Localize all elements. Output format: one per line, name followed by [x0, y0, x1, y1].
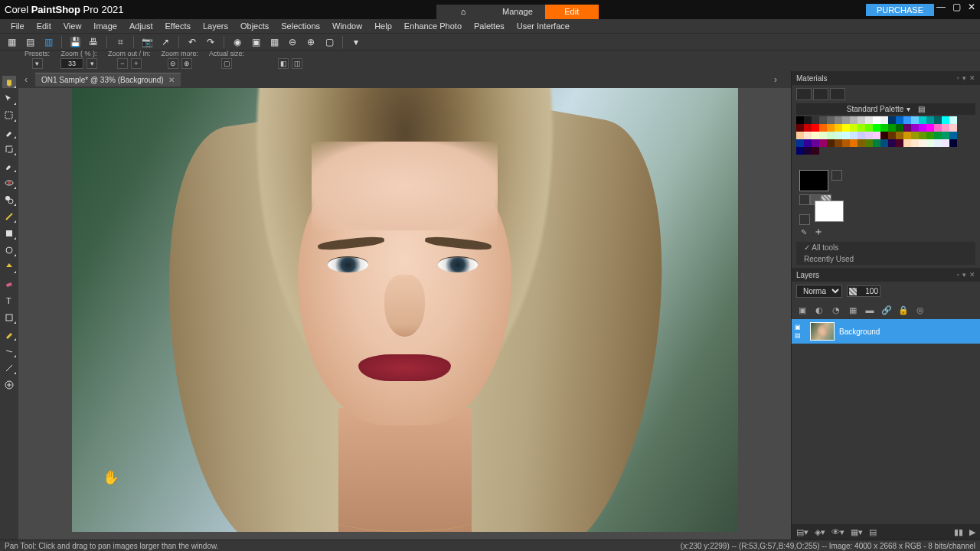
zoom-slider-toggle[interactable]: ▾ — [87, 58, 97, 69]
tab-prev-icon[interactable]: ‹ — [24, 74, 35, 85]
add-swatch-icon[interactable]: ＋ — [813, 225, 824, 239]
link-layer-icon[interactable]: 🔗 — [880, 304, 893, 316]
menu-image[interactable]: Image — [87, 20, 123, 32]
shape-tool[interactable] — [2, 311, 16, 324]
swatch-69[interactable] — [842, 139, 850, 147]
swatch-28[interactable] — [850, 124, 858, 132]
swatch-47[interactable] — [835, 132, 842, 139]
tab-close-icon[interactable]: ✕ — [168, 76, 175, 84]
lock-layer-icon[interactable]: 🔒 — [897, 304, 910, 316]
camera-icon[interactable]: 📷 — [140, 35, 154, 49]
swatch-49[interactable] — [850, 132, 858, 139]
swatch-32[interactable] — [880, 124, 888, 132]
layers-close-icon[interactable]: ✕ — [969, 271, 975, 279]
swatch-83[interactable] — [949, 139, 957, 147]
swatch-18[interactable] — [934, 116, 942, 124]
pan-tool[interactable] — [2, 76, 16, 88]
swatch-78[interactable] — [911, 139, 919, 147]
zoom-more-out[interactable]: ⊖ — [168, 58, 178, 69]
swatch-57[interactable] — [911, 132, 919, 139]
zoom-input[interactable] — [60, 58, 83, 69]
resize-icon[interactable]: ▣ — [249, 35, 263, 49]
panel-min-icon[interactable]: ▫ — [957, 74, 959, 82]
menu-enhance-photo[interactable]: Enhance Photo — [398, 20, 468, 32]
swatch-44[interactable] — [812, 132, 819, 139]
swatch-76[interactable] — [896, 139, 903, 147]
redo-icon[interactable]: ↷ — [204, 35, 217, 49]
warp-tool[interactable] — [2, 345, 16, 357]
swatch-38[interactable] — [926, 124, 934, 132]
swatch-31[interactable] — [873, 124, 880, 132]
swatch-59[interactable] — [926, 132, 934, 139]
swap-colors-icon[interactable] — [831, 170, 842, 181]
brush-tool[interactable] — [2, 160, 16, 172]
swatch-64[interactable] — [804, 139, 812, 147]
image-document[interactable] — [72, 88, 738, 532]
zoom-in-icon[interactable]: ⊕ — [304, 35, 318, 49]
menu-selections[interactable]: Selections — [275, 20, 326, 32]
swatch-51[interactable] — [865, 132, 873, 139]
document-tab[interactable]: ON1 Sample* @ 33% (Background) ✕ — [35, 73, 181, 86]
smart-tool[interactable] — [2, 362, 16, 374]
swatch-15[interactable] — [911, 116, 919, 124]
fit-icon[interactable]: ▢ — [322, 35, 336, 49]
swatch-24[interactable] — [819, 124, 827, 132]
mat-tab-hsl[interactable] — [813, 88, 828, 100]
crop-icon[interactable]: ▦ — [267, 35, 281, 49]
zoom-out-btn[interactable]: − — [117, 58, 128, 69]
swatch-30[interactable] — [865, 124, 873, 132]
opacity-input[interactable] — [858, 287, 878, 295]
menu-effects[interactable]: Effects — [159, 20, 197, 32]
swatch-46[interactable] — [827, 132, 835, 139]
swatch-36[interactable] — [911, 124, 919, 132]
actual-size-btn[interactable]: ▢ — [221, 58, 232, 69]
menu-help[interactable]: Help — [368, 20, 398, 32]
swatch-10[interactable] — [873, 116, 880, 124]
layers-min-icon[interactable]: ▫ — [957, 271, 959, 279]
lf-more-icon[interactable]: ▤ — [869, 527, 877, 537]
swatch-9[interactable] — [865, 116, 873, 124]
swatch-84[interactable] — [796, 147, 804, 155]
panel-opt-icon[interactable]: ▾ — [962, 74, 966, 82]
swatch-55[interactable] — [896, 132, 903, 139]
swatch-14[interactable] — [903, 116, 911, 124]
swatch-6[interactable] — [842, 116, 850, 124]
swatch-79[interactable] — [919, 139, 926, 147]
swatch-17[interactable] — [926, 116, 934, 124]
oil-tool[interactable] — [2, 379, 16, 391]
swatch-25[interactable] — [827, 124, 835, 132]
ruler-icon[interactable]: ◉ — [230, 35, 244, 49]
fg-style-icon[interactable] — [799, 194, 810, 205]
fill-tool[interactable] — [2, 227, 16, 240]
lighten-tool[interactable] — [2, 244, 16, 256]
menu-objects[interactable]: Objects — [234, 20, 275, 32]
print-icon[interactable]: 🖶 — [87, 35, 100, 49]
swatch-54[interactable] — [888, 132, 896, 139]
lf-mask-icon[interactable]: 👁▾ — [831, 527, 844, 537]
manage-tab[interactable]: Manage — [490, 5, 545, 19]
palette-opts-icon[interactable]: ▤ — [918, 105, 925, 113]
scratch-tool[interactable] — [2, 210, 16, 223]
opt-a[interactable]: ◧ — [278, 58, 289, 69]
swatch-56[interactable] — [903, 132, 911, 139]
swatch-27[interactable] — [842, 124, 850, 132]
canvas[interactable]: ✋ — [18, 88, 791, 540]
swatch-42[interactable] — [796, 132, 804, 139]
swatch-53[interactable] — [880, 132, 888, 139]
swatch-70[interactable] — [850, 139, 858, 147]
swatch-71[interactable] — [858, 139, 865, 147]
layer-thumbnail[interactable] — [810, 322, 835, 341]
delete-layer-icon[interactable]: ▬ — [864, 304, 876, 316]
opacity-field[interactable] — [847, 285, 880, 297]
recently-used-row[interactable]: Recently Used — [796, 253, 975, 265]
eraser-tool[interactable] — [2, 278, 16, 290]
swatch-35[interactable] — [903, 124, 911, 132]
menu-edit[interactable]: Edit — [31, 20, 57, 32]
open-icon[interactable]: ▤ — [23, 35, 37, 49]
lf-play-icon[interactable]: ▶ — [969, 527, 975, 537]
crop-tool[interactable] — [2, 143, 16, 155]
swatch-60[interactable] — [934, 132, 942, 139]
foreground-swatch[interactable] — [799, 170, 828, 191]
menu-user-interface[interactable]: User Interface — [511, 20, 576, 32]
blend-mode-select[interactable]: Normal — [796, 285, 842, 298]
